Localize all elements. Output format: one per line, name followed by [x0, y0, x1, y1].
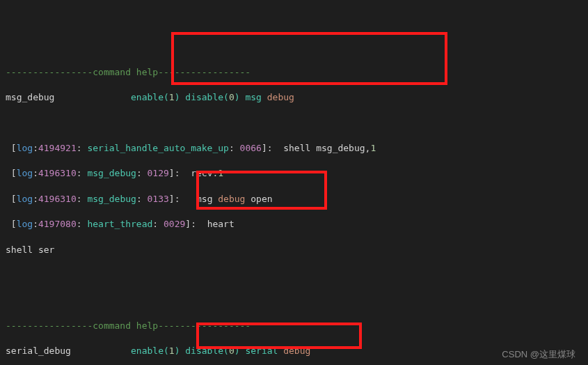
log-line: [log:4196310: msg_debug: 0129]: recv:1	[6, 167, 582, 180]
shell-input[interactable]: shell ser	[6, 244, 582, 256]
log-line: [log:4194921: serial_handle_auto_make_up…	[6, 142, 582, 155]
section2-cmd: serial_debug enable(1) disable(0) serial…	[6, 345, 582, 357]
log-line: [log:4196310: msg_debug: 0133]: msg debu…	[6, 193, 582, 205]
section1-header: ----------------command help------------…	[6, 66, 582, 79]
blank-line	[6, 117, 582, 130]
section1-cmd: msg_debug enable(1) disable(0) msg debug	[6, 91, 582, 104]
section2-header: ----------------command help------------…	[6, 320, 582, 332]
blank-line	[6, 269, 582, 281]
log-line: [log:4197080: heart_thread: 0029]: heart	[6, 218, 582, 231]
watermark: CSDN @这里煤球	[502, 348, 575, 361]
